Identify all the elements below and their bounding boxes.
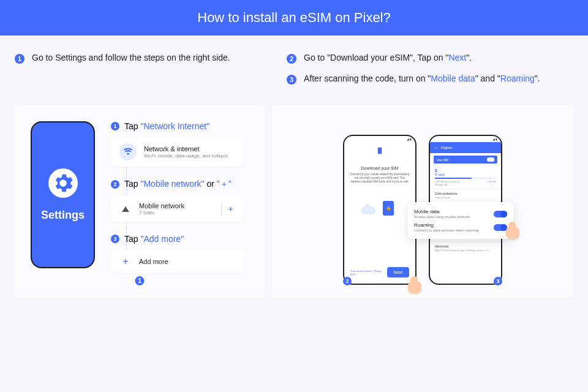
card-text: Network & internet Wi-Fi, mobile, data u… <box>144 145 235 159</box>
panel-badge-3: 3 <box>494 277 502 285</box>
title-bar: ← Digicel <box>430 142 501 153</box>
intro-item-1: 1 Go to Settings and follow the steps on… <box>15 53 278 64</box>
carrier-phone-wrap: ◢ ▮ ← Digicel Use SIM 0 R used 2.00 GB d… <box>429 135 502 285</box>
mobile-data-link: Mobile data <box>431 74 475 83</box>
mobile-data-row[interactable]: Mobile data Access data using mobile net… <box>414 207 507 221</box>
signal-icon <box>122 206 129 212</box>
page-title: How to install an eSIM on Pixel? <box>197 10 391 26</box>
step-number: 2 <box>111 180 119 189</box>
panel-right-badges: 2 3 <box>272 277 573 285</box>
step-3: 3 Tap "Add more" + Add more <box>111 234 249 273</box>
status-bar: ◢ ▮ <box>430 136 501 142</box>
add-more-card[interactable]: + Add more <box>111 250 243 273</box>
toggles-overlay: Mobile data Access data using mobile net… <box>408 202 513 239</box>
roaming-link: Roaming <box>500 74 535 83</box>
download-footer: Scan source licence. Privacy park Next <box>344 267 415 277</box>
gear-icon <box>48 168 78 198</box>
data-usage: 0 R used 2.00 GB data warning 2.00 GB 30… <box>430 166 501 189</box>
advanced-row[interactable]: Advanced App, Preferred network type, Se… <box>430 241 501 254</box>
download-body: Connect to your mobile network by downlo… <box>344 173 415 184</box>
plus-icon: + <box>119 256 132 267</box>
step-1: 1 Tap "Network Internet" Network & inter… <box>111 121 249 167</box>
next-link: Next <box>448 53 466 62</box>
toggle-icon <box>487 157 494 162</box>
card-text: Mobile network 7 SIMs <box>139 202 214 216</box>
usage-bar <box>435 178 496 179</box>
download-title: Download your SIM <box>349 166 410 170</box>
intro-text: Go to Settings and follow the steps on t… <box>32 53 230 62</box>
step-head: 1 Tap "Network Internet" <box>111 121 249 131</box>
download-phone-wrap: ◢ ▮ Download your SIM Connect to your mo… <box>343 135 417 285</box>
svg-rect-0 <box>378 148 382 154</box>
mobile-data-toggle[interactable] <box>494 211 507 217</box>
status-bar: ◢ ▮ <box>344 136 415 142</box>
steps-list: 1 Tap "Network Internet" Network & inter… <box>111 121 249 285</box>
plus-icon[interactable]: + <box>221 202 235 216</box>
calls-pref-row[interactable]: Calls preference China Unicom <box>430 189 501 202</box>
intro-left: 1 Go to Settings and follow the steps on… <box>15 53 278 94</box>
footer-link: Scan source licence. Privacy park <box>350 270 382 276</box>
step-badge: 2 <box>287 54 296 64</box>
download-illustration: 🔒 <box>361 200 399 223</box>
settings-label: Settings <box>41 209 85 222</box>
download-sim-phone: ◢ ▮ Download your SIM Connect to your mo… <box>343 135 417 285</box>
intro-text: After scanning the code, turn on "Mobile… <box>304 74 540 83</box>
sim-card-icon: 🔒 <box>383 201 394 216</box>
network-internet-card[interactable]: Network & internet Wi-Fi, mobile, data u… <box>111 137 243 167</box>
step-badge: 3 <box>287 75 296 85</box>
sim-icon <box>344 147 415 155</box>
panels: Settings 1 Tap "Network Internet" Networ… <box>0 105 588 298</box>
intro-right: 2 Go to "Download your eSIM", Tap on "Ne… <box>278 53 573 94</box>
intro-section: 1 Go to Settings and follow the steps on… <box>0 36 588 105</box>
intro-item-3: 3 After scanning the code, turn on "Mobi… <box>287 74 573 85</box>
roaming-row[interactable]: Roaming Connect to data services when ro… <box>414 221 507 234</box>
hand-pointer-icon <box>506 222 524 244</box>
step-badge: 1 <box>15 54 24 64</box>
step-head: 3 Tap "Add more" <box>111 234 249 244</box>
carrier-name: Digicel <box>441 146 452 149</box>
use-sim-banner[interactable]: Use SIM <box>434 156 497 164</box>
next-button[interactable]: Next <box>387 267 409 277</box>
panel-badge-2: 2 <box>343 277 352 285</box>
back-icon[interactable]: ← <box>434 145 439 151</box>
step-number: 1 <box>111 122 119 130</box>
roaming-toggle[interactable] <box>494 224 507 231</box>
step-head: 2 Tap "Mobile network" or "＋" <box>111 179 249 190</box>
card-text: Add more <box>139 258 235 265</box>
intro-text: Go to "Download your eSIM", Tap on "Next… <box>304 53 472 62</box>
page-header: How to install an eSIM on Pixel? <box>0 0 588 36</box>
panel-right: ◢ ▮ Download your SIM Connect to your mo… <box>272 105 573 298</box>
panel-badge-1: 1 <box>135 274 145 285</box>
cloud-icon <box>361 207 375 214</box>
panel-left: Settings 1 Tap "Network Internet" Networ… <box>15 105 265 298</box>
wifi-icon <box>119 143 137 160</box>
step-number: 3 <box>111 235 119 243</box>
step-2: 2 Tap "Mobile network" or "＋" Mobile net… <box>111 179 249 222</box>
mobile-network-card[interactable]: Mobile network 7 SIMs + <box>111 196 243 222</box>
intro-item-2: 2 Go to "Download your eSIM", Tap on "Ne… <box>287 53 573 64</box>
settings-phone: Settings <box>31 121 95 268</box>
